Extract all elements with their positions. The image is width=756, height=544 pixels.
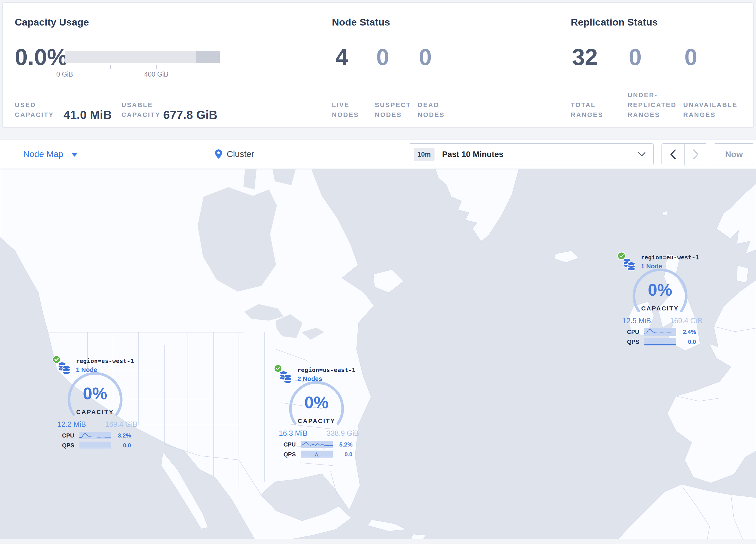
qps-value: 0.0 [344,451,352,458]
chevron-down-icon [638,152,646,157]
capacity-gauge-label: CAPACITY [285,418,348,425]
time-next-button[interactable] [685,144,707,165]
region-marker-us-west-1[interactable]: region=us-west-1 1 Node 0% CAPACITY 12.2… [52,355,139,456]
replication-status-title: Replication Status [571,17,658,28]
breadcrumb[interactable]: Cluster [215,139,254,168]
axis-tick [110,65,111,69]
capacity-gauge-label: CAPACITY [63,409,127,416]
cpu-sparkline [644,328,676,336]
capacity-usage-title: Capacity Usage [15,17,89,28]
region-name: region=us-west-1 [76,358,134,365]
cpu-value: 2.4% [683,329,696,336]
qps-value: 0.0 [688,339,696,345]
region-name: region=eu-west-1 [641,254,699,261]
qps-label: QPS [62,442,79,449]
capacity-gauge-percent: 0% [631,280,689,300]
cpu-label: CPU [62,432,79,439]
cpu-value: 3.2% [118,432,131,439]
node-map [0,169,756,539]
region-marker-eu-west-1[interactable]: region=eu-west-1 1 Node 0% CAPACITY 12.5… [617,251,704,352]
capacity-percent: 0.0% [15,46,68,69]
qps-sparkline [644,338,676,346]
total-ranges-label: TOTAL RANGES [571,100,607,120]
under-replicated-ranges-value: 0 [629,46,642,69]
tick-label-400: 400 GiB [133,70,179,78]
time-nav-group [661,143,707,165]
live-nodes-label: LIVE NODES [332,100,364,120]
chevron-left-icon [670,149,676,159]
region-used-capacity: 12.5 MiB [622,317,651,325]
cpu-label: CPU [283,441,301,448]
qps-sparkline [79,442,111,449]
capacity-gauge-label: CAPACITY [628,305,692,312]
suspect-nodes-label: SUSPECT NODES [375,100,414,120]
qps-sparkline [301,451,333,458]
cpu-sparkline [79,432,111,439]
region-used-capacity: 16.3 MiB [279,429,308,438]
time-range-dropdown[interactable]: 10m Past 10 Minutes [409,143,654,165]
live-nodes-value: 4 [335,46,348,69]
caret-down-icon [71,153,78,157]
region-used-capacity: 12.2 MiB [57,420,86,429]
total-ranges-value: 32 [572,46,598,69]
capacity-gauge-percent: 0% [66,384,124,403]
cpu-label: CPU [627,329,644,336]
node-status-title: Node Status [332,17,390,28]
cpu-sparkline [301,441,333,448]
capacity-bar [65,51,220,63]
time-prev-button[interactable] [662,144,685,165]
region-total-capacity: 169.4 GiB [105,420,137,429]
map-toolbar: Node Map Cluster 10m Past 10 Minutes Now [0,139,756,169]
capacity-gauge-percent: 0% [288,393,346,412]
usable-capacity-label: USABLE CAPACITY [121,100,168,120]
view-selector-dropdown[interactable]: Node Map [23,139,78,168]
region-total-capacity: 169.4 GiB [670,317,702,325]
breadcrumb-label: Cluster [227,149,254,159]
axis-tick [65,65,65,69]
time-range-badge: 10m [414,148,435,161]
tick-label-zero: 0 GiB [41,70,88,78]
region-marker-us-east-1[interactable]: region=us-east-1 2 Nodes 0% CAPACITY 16.… [273,364,360,465]
usable-capacity-value: 677.8 GiB [163,109,217,121]
location-pin-icon [215,149,222,159]
cluster-summary-card: Capacity Usage 0.0% 0 GiB 400 GiB USED C… [2,2,754,128]
qps-value: 0.0 [123,442,131,449]
suspect-nodes-value: 0 [376,46,389,69]
region-total-capacity: 338.9 GiB [327,429,359,438]
qps-label: QPS [283,451,301,458]
now-button-label: Now [725,150,743,159]
qps-label: QPS [627,339,644,345]
capacity-bar-tail [196,51,220,63]
dead-nodes-label: DEAD NODES [418,100,450,120]
now-button[interactable]: Now [714,143,754,165]
time-range-label: Past 10 Minutes [442,150,504,159]
unavailable-ranges-value: 0 [684,46,697,69]
dead-nodes-value: 0 [419,46,432,69]
axis-tick [156,65,157,69]
world-map [0,169,756,539]
under-replicated-ranges-label: UNDER-REPLICATED RANGES [628,90,684,120]
used-capacity-label: USED CAPACITY [15,100,61,120]
axis-tick [202,65,202,69]
chevron-right-icon [693,149,699,159]
used-capacity-value: 41.0 MiB [63,109,112,121]
view-selector-label: Node Map [23,149,63,159]
region-name: region=us-east-1 [297,367,356,374]
cpu-value: 5.2% [339,441,352,448]
unavailable-ranges-label: UNAVAILABLE RANGES [683,100,738,120]
